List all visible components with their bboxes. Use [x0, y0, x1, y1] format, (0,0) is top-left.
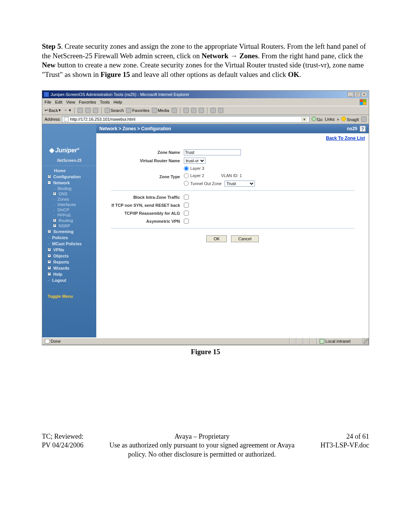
zone-name-input[interactable]	[184, 149, 241, 155]
nav-dns[interactable]: +DNS	[42, 191, 96, 197]
back-button[interactable]: ↩ Back ▾	[45, 108, 61, 113]
nav-configuration[interactable]: +Configuration	[42, 174, 96, 180]
expand-icon[interactable]: +	[48, 254, 51, 257]
media-button[interactable]: Media	[152, 108, 169, 113]
minimize-button[interactable]: _	[347, 92, 354, 97]
menu-favorites[interactable]: Favorites	[79, 100, 96, 104]
footer-proprietary: Avaya – Proprietary	[107, 432, 297, 441]
go-button[interactable]: Go	[312, 117, 323, 122]
stop-icon[interactable]	[78, 108, 83, 113]
nav-vpns[interactable]: +VPNs	[42, 247, 96, 253]
back-to-zone-list-link[interactable]: Back To Zone List	[326, 136, 365, 141]
expand-icon[interactable]: +	[48, 260, 51, 264]
tcp-reset-checkbox[interactable]	[184, 203, 189, 208]
tunnel-radio[interactable]	[184, 181, 189, 186]
nav-dhcp[interactable]: –DHCP	[42, 207, 96, 212]
footer-page: 24 of 61	[320, 432, 369, 441]
layer3-radio[interactable]	[184, 166, 189, 171]
snagit-extra-icon[interactable]	[361, 117, 366, 122]
expand-icon[interactable]: +	[48, 175, 51, 178]
nav-network[interactable]: –Network	[42, 180, 96, 186]
footer-disclaimer: Use as authorized only pursuant to your …	[107, 441, 297, 459]
asym-vpn-checkbox[interactable]	[184, 219, 189, 224]
edit-icon[interactable]	[199, 108, 204, 113]
address-label: Address	[45, 117, 60, 121]
intranet-icon	[320, 339, 324, 343]
ok-button[interactable]: OK	[206, 235, 227, 242]
help-icon[interactable]: ?	[360, 126, 366, 132]
expand-icon[interactable]: +	[48, 230, 51, 233]
vr-select[interactable]: trust-vr	[184, 158, 206, 164]
statusbar: Done Local intranet	[42, 337, 369, 345]
expand-icon[interactable]: +	[53, 219, 56, 222]
favorites-icon	[126, 108, 131, 113]
breadcrumb-path: Network > Zones > Configuration	[99, 126, 171, 131]
expand-icon[interactable]: +	[53, 192, 56, 195]
address-dropdown-icon[interactable]: ▾	[301, 117, 307, 122]
nav-mcast[interactable]: –MCast Policies	[42, 241, 96, 247]
address-input[interactable]: http://172.16.253.101/nswebui.html ▾	[62, 116, 309, 123]
history-icon[interactable]	[172, 108, 177, 113]
window-title: Juniper-ScreenOS Administration Tools (n…	[51, 92, 189, 97]
nav-screening[interactable]: +Screening	[42, 228, 96, 235]
vlan-id-label: VLAN ID: 1	[221, 173, 242, 178]
expand-icon[interactable]: +	[48, 272, 51, 276]
expand-icon[interactable]: +	[48, 248, 51, 251]
menu-file[interactable]: File	[45, 100, 51, 104]
block-intra-checkbox[interactable]	[184, 195, 189, 200]
nav-logout[interactable]: –Logout	[42, 277, 96, 283]
refresh-icon[interactable]	[85, 108, 91, 113]
ie-icon	[44, 92, 49, 97]
collapse-icon[interactable]: –	[48, 181, 51, 184]
footer-date: PV 04/24/2006	[42, 441, 83, 450]
nav-routing[interactable]: +Routing	[42, 218, 96, 223]
close-button[interactable]: ×	[361, 92, 367, 97]
device-name: NetScreen-25	[42, 157, 96, 166]
expand-icon[interactable]: +	[53, 224, 56, 227]
toggle-menu[interactable]: Toggle Menu	[42, 285, 96, 299]
menu-help[interactable]: Help	[113, 100, 122, 104]
nav-binding[interactable]: –Binding	[42, 186, 96, 191]
favorites-button[interactable]: Favorites	[126, 108, 149, 113]
snagit-icon	[341, 117, 346, 121]
layer2-radio[interactable]	[184, 173, 189, 178]
menu-view[interactable]: View	[66, 100, 75, 104]
tcp-reset-label: If TCP non SYN, send RESET back	[104, 203, 184, 208]
nav-policies[interactable]: –Policies	[42, 235, 96, 241]
cancel-button[interactable]: Cancel	[231, 235, 258, 242]
menu-edit[interactable]: Edit	[55, 100, 62, 104]
titlebar: Juniper-ScreenOS Administration Tools (n…	[42, 91, 369, 98]
windows-logo-icon	[360, 99, 366, 105]
nav-pppoe[interactable]: –PPPoE	[42, 212, 96, 218]
divider	[111, 228, 354, 228]
tcp-reasm-label: TCP/IP Reassembly for ALG	[104, 211, 184, 216]
links-label[interactable]: Links	[325, 117, 335, 121]
nav-objects[interactable]: +Objects	[42, 253, 96, 259]
nav-interfaces[interactable]: –Interfaces	[42, 202, 96, 207]
vr-name-label: Virtual Router Name	[104, 158, 184, 163]
mail-icon[interactable]	[183, 108, 189, 113]
resize-grip-icon[interactable]	[363, 338, 369, 345]
zone-name-label: Zone Name	[104, 150, 184, 155]
discuss-icon[interactable]	[210, 108, 216, 113]
print-icon[interactable]	[191, 108, 196, 113]
nav-reports[interactable]: +Reports	[42, 259, 96, 265]
menu-tools[interactable]: Tools	[100, 100, 110, 104]
search-button[interactable]: Search	[105, 108, 124, 113]
home-icon[interactable]	[93, 108, 98, 113]
forward-button[interactable]: → ▾	[63, 108, 71, 113]
sidebar: Juniper® NetScreen-25 Home +Configuratio…	[42, 124, 96, 337]
maximize-button[interactable]: □	[354, 92, 360, 97]
nav-help[interactable]: +Help	[42, 271, 96, 277]
nav-wizards[interactable]: +Wizards	[42, 265, 96, 271]
research-icon[interactable]	[218, 108, 223, 113]
tcp-reasm-checkbox[interactable]	[184, 211, 189, 216]
nav-nsrp[interactable]: +NSRP	[42, 223, 96, 228]
figure-caption: Figure 15	[42, 348, 369, 356]
snagit-button[interactable]: SnagIt	[341, 117, 359, 122]
nav-home[interactable]: Home	[42, 168, 96, 174]
expand-icon[interactable]: +	[48, 266, 51, 270]
tunnel-zone-select[interactable]: Trust	[225, 181, 255, 187]
search-icon	[105, 108, 110, 113]
nav-zones[interactable]: –Zones	[42, 197, 96, 202]
